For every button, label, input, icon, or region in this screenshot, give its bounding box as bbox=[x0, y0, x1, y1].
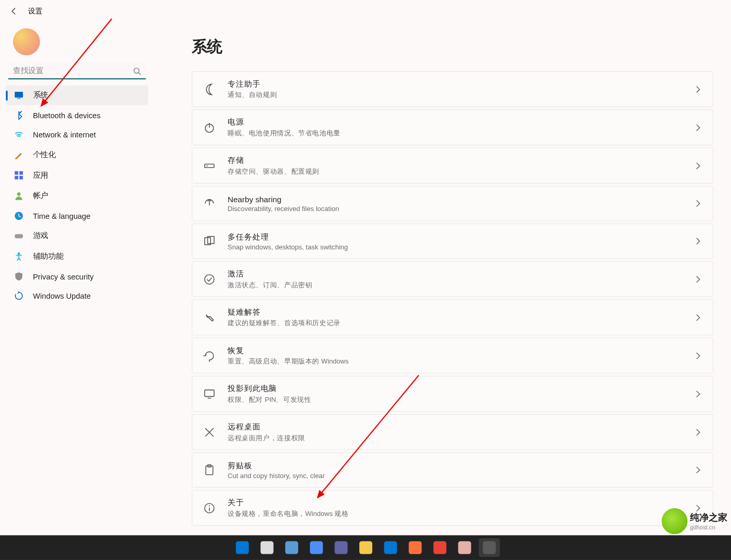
card-title: 疑难解答 bbox=[228, 307, 694, 317]
gaming-icon bbox=[14, 231, 23, 241]
paint-icon bbox=[458, 541, 471, 554]
card-desc: 设备规格，重命名电脑，Windows 规格 bbox=[228, 509, 694, 518]
search-box bbox=[8, 62, 146, 79]
card-desc: 激活状态、订阅、产品密钥 bbox=[228, 281, 694, 289]
sidebar-item-label: 游戏 bbox=[33, 231, 48, 241]
explorer-icon bbox=[359, 541, 372, 554]
card-title: Nearby sharing bbox=[228, 195, 694, 204]
card-title: 投影到此电脑 bbox=[228, 384, 694, 394]
sidebar-item-8[interactable]: 辅助功能 bbox=[6, 246, 148, 267]
taskbar-item-explorer-icon[interactable] bbox=[355, 538, 376, 557]
card-title: 恢复 bbox=[228, 345, 694, 356]
power-icon bbox=[203, 121, 216, 134]
watermark: 纯净之家 gdhost.cn bbox=[662, 508, 727, 534]
update-icon bbox=[14, 291, 23, 301]
sidebar-item-0[interactable]: 系统 bbox=[6, 85, 148, 105]
settings-card-11[interactable]: 关于设备规格，重命名电脑，Windows 规格 bbox=[192, 490, 713, 526]
search-input[interactable] bbox=[8, 62, 146, 79]
card-desc: 建议的疑难解答、首选项和历史记录 bbox=[228, 319, 694, 328]
watermark-brand: 纯净之家 bbox=[690, 512, 728, 524]
chevron-right-icon bbox=[694, 161, 702, 170]
sidebar-item-3[interactable]: 个性化 bbox=[6, 145, 148, 165]
settings-cards: 专注助手通知、自动规则电源睡眠、电池使用情况、节省电池电量存储存储空间、驱动器、… bbox=[192, 71, 713, 526]
taskbar-item-chrome-icon[interactable] bbox=[429, 538, 451, 557]
sidebar-item-4[interactable]: 应用 bbox=[6, 165, 148, 186]
card-desc: 睡眠、电池使用情况、节省电池电量 bbox=[228, 129, 694, 137]
taskbar-item-chat-icon[interactable] bbox=[330, 538, 352, 557]
edge-icon bbox=[384, 541, 397, 554]
card-title: 剪贴板 bbox=[228, 460, 694, 471]
bluetooth-icon bbox=[14, 110, 23, 120]
card-desc: 权限、配对 PIN、可发现性 bbox=[228, 395, 694, 404]
sidebar-item-6[interactable]: Time & language bbox=[6, 206, 148, 225]
taskbar-item-search-tb-icon[interactable] bbox=[256, 538, 277, 557]
card-title: 电源 bbox=[228, 117, 694, 128]
multitask-icon bbox=[203, 235, 216, 248]
share-icon bbox=[203, 197, 216, 210]
sidebar-item-9[interactable]: Privacy & security bbox=[6, 267, 148, 286]
taskbar-item-edge-icon[interactable] bbox=[379, 538, 401, 557]
apps-icon bbox=[14, 171, 23, 180]
settings-card-1[interactable]: 电源睡眠、电池使用情况、节省电池电量 bbox=[192, 109, 713, 145]
privacy-icon bbox=[14, 272, 23, 281]
wifi-icon bbox=[14, 130, 23, 139]
card-desc: 重置、高级启动、早期版本的 Windows bbox=[228, 357, 694, 366]
activate-icon bbox=[203, 273, 216, 286]
card-title: 激活 bbox=[228, 269, 694, 279]
taskbar-item-widgets-icon[interactable] bbox=[305, 538, 327, 557]
page-title: 系统 bbox=[192, 36, 713, 57]
card-title: 关于 bbox=[228, 498, 694, 508]
chevron-right-icon bbox=[694, 390, 702, 398]
back-arrow-icon bbox=[10, 7, 18, 16]
sidebar: 系统Bluetooth & devicesNetwork & internet个… bbox=[0, 22, 154, 560]
chrome-icon bbox=[433, 541, 446, 554]
accessibility-icon bbox=[14, 252, 23, 261]
settings-card-0[interactable]: 专注助手通知、自动规则 bbox=[192, 71, 713, 107]
settings-card-7[interactable]: 恢复重置、高级启动、早期版本的 Windows bbox=[192, 338, 713, 373]
sidebar-item-2[interactable]: Network & internet bbox=[6, 125, 148, 144]
sidebar-item-7[interactable]: 游戏 bbox=[6, 226, 148, 246]
settings-card-6[interactable]: 疑难解答建议的疑难解答、首选项和历史记录 bbox=[192, 299, 713, 335]
settings-card-2[interactable]: 存储存储空间、驱动器、配置规则 bbox=[192, 148, 713, 184]
taskbar-item-paint-icon[interactable] bbox=[454, 538, 475, 557]
settings-card-3[interactable]: Nearby sharingDiscoverability, received … bbox=[192, 186, 713, 221]
chevron-right-icon bbox=[694, 85, 702, 93]
sidebar-item-label: Privacy & security bbox=[33, 272, 94, 281]
widgets-icon bbox=[310, 541, 322, 554]
system-icon bbox=[14, 91, 23, 100]
back-button[interactable] bbox=[6, 3, 22, 20]
taskbar-item-taskview-icon[interactable] bbox=[281, 538, 302, 557]
sidebar-item-label: 系统 bbox=[33, 90, 48, 101]
sidebar-item-label: 帐户 bbox=[33, 191, 48, 201]
sidebar-item-5[interactable]: 帐户 bbox=[6, 186, 148, 206]
time-icon bbox=[14, 211, 23, 220]
storage-icon bbox=[203, 159, 216, 172]
clipboard-icon bbox=[203, 464, 216, 477]
main-content: 系统 专注助手通知、自动规则电源睡眠、电池使用情况、节省电池电量存储存储空间、驱… bbox=[154, 22, 731, 560]
project-icon bbox=[203, 387, 216, 400]
account-icon bbox=[14, 191, 23, 201]
chevron-right-icon bbox=[694, 352, 702, 360]
card-title: 远程桌面 bbox=[228, 422, 694, 432]
search-tb-icon bbox=[260, 541, 273, 554]
taskbar-item-settings-tb-icon[interactable] bbox=[479, 538, 500, 557]
taskbar-item-firefox-icon[interactable] bbox=[404, 538, 426, 557]
sidebar-item-label: Bluetooth & devices bbox=[33, 111, 101, 120]
avatar[interactable] bbox=[13, 28, 40, 55]
taskbar-item-start-icon[interactable] bbox=[231, 538, 252, 557]
sidebar-item-1[interactable]: Bluetooth & devices bbox=[6, 106, 148, 124]
settings-card-4[interactable]: 多任务处理Snap windows, desktops, task switch… bbox=[192, 223, 713, 259]
sidebar-item-10[interactable]: Windows Update bbox=[6, 286, 148, 305]
chevron-right-icon bbox=[694, 123, 702, 132]
settings-card-8[interactable]: 投影到此电脑权限、配对 PIN、可发现性 bbox=[192, 376, 713, 412]
card-desc: Cut and copy history, sync, clear bbox=[228, 472, 694, 480]
settings-card-9[interactable]: 远程桌面远程桌面用户，连接权限 bbox=[192, 414, 713, 450]
search-icon bbox=[133, 67, 141, 75]
sidebar-item-label: Windows Update bbox=[33, 291, 91, 300]
firefox-icon bbox=[409, 541, 421, 554]
sidebar-item-label: 应用 bbox=[33, 170, 48, 180]
chat-icon bbox=[334, 541, 347, 554]
settings-card-5[interactable]: 激活激活状态、订阅、产品密钥 bbox=[192, 261, 713, 297]
settings-tb-icon bbox=[483, 541, 496, 554]
settings-card-10[interactable]: 剪贴板Cut and copy history, sync, clear bbox=[192, 452, 713, 487]
